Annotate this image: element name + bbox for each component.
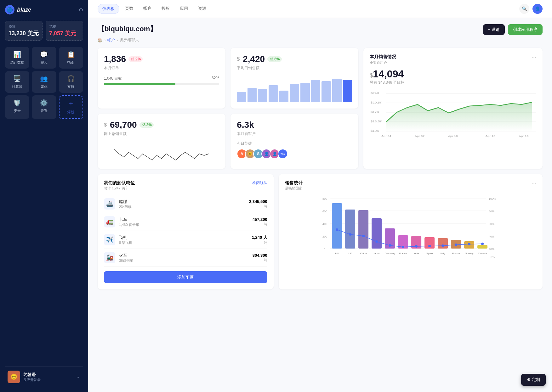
fleet-title: 我们的船队吨位: [104, 180, 135, 186]
svg-point-61: [481, 243, 484, 245]
fleet-amount: 1,240 人: [252, 235, 267, 240]
svg-point-56: [415, 245, 418, 248]
monthly-sales-sub: 全渠道用户: [370, 60, 396, 65]
svg-text:$17K: $17K: [371, 110, 379, 113]
page-header: 【biqubiqu.com】 + 邀请 创建应用程序: [98, 24, 543, 35]
monthly-sales-title: 本月销售情况: [370, 54, 396, 60]
add-vehicle-button[interactable]: 添加车辆: [104, 271, 267, 283]
svg-text:$20.5K: $20.5K: [371, 101, 383, 104]
budget-cards: 预算 13,230 美元 花费 7,057 美元: [5, 21, 83, 41]
customers-label: 本月新客户: [237, 131, 352, 137]
revenue-label: 网上总销售额: [104, 131, 219, 137]
svg-point-53: [375, 240, 378, 243]
monthly-sales-more[interactable]: ···: [532, 54, 536, 61]
svg-point-60: [468, 243, 470, 245]
fleet-unit: 吨: [252, 240, 267, 245]
revenue-number: 69,700: [110, 120, 137, 130]
profile-button[interactable]: 👤: [532, 4, 543, 14]
svg-text:60%: 60%: [489, 222, 494, 226]
avg-sales-value: $ 2,420 ↑2.6%: [237, 54, 352, 64]
tab-accounts[interactable]: 帐户: [139, 4, 156, 14]
sidebar-item-chat[interactable]: 💬 聊天: [32, 47, 56, 69]
customers-value: 6.3k: [237, 120, 352, 130]
svg-rect-29: [372, 218, 382, 249]
sales-country-more[interactable]: ···: [532, 180, 536, 187]
tab-apps[interactable]: 应用: [175, 4, 192, 14]
sidebar-item-stats[interactable]: 📊 统计数据: [5, 47, 29, 69]
tab-auth[interactable]: 授权: [157, 4, 174, 14]
tab-pages[interactable]: 页数: [121, 4, 138, 14]
settings-icon: ⚙️: [40, 99, 48, 107]
sidebar-item-add[interactable]: + 添新: [59, 95, 83, 119]
fleet-amount: 2,345,500: [249, 199, 267, 204]
svg-text:Apr 04: Apr 04: [382, 135, 391, 137]
svg-text:0%: 0%: [491, 255, 495, 259]
sidebar-item-media[interactable]: 👥 媒体: [32, 71, 56, 93]
breadcrumb-accounts[interactable]: 帐户: [107, 37, 115, 43]
sidebar-item-label: 设置: [41, 109, 48, 113]
fleet-info: 火车 36路列车: [119, 253, 249, 263]
bar-item: [311, 80, 321, 102]
monthly-line-chart-svg: $24K $20.5K $17K $13.5K $10K Apr 04: [370, 90, 536, 141]
sidebar-item-support[interactable]: 🎧 支持: [59, 71, 83, 93]
svg-text:Apr 13: Apr 13: [486, 135, 495, 137]
page-title: 【biqubiqu.com】: [98, 24, 157, 34]
tab-dashboard[interactable]: 仪表板: [98, 4, 119, 14]
create-app-button[interactable]: 创建应用程序: [508, 24, 543, 35]
avg-sales-number: 2,420: [243, 54, 265, 64]
avg-sales-currency: $: [237, 56, 240, 62]
svg-text:80%: 80%: [489, 210, 494, 213]
logo-icon: 🔵: [5, 5, 14, 14]
svg-text:$10K: $10K: [371, 129, 379, 132]
avg-sales-card: $ 2,420 ↑2.6% 平均日销售额: [230, 48, 358, 109]
customize-button[interactable]: ⚙ 定制: [521, 374, 546, 386]
sidebar-item-security[interactable]: 🛡️ 安全: [5, 95, 29, 119]
svg-text:Spain: Spain: [426, 252, 433, 255]
fleet-count: 1,460 辆卡车: [119, 222, 249, 227]
invite-button[interactable]: + 邀请: [483, 24, 505, 35]
sidebar-item-label: 添新: [67, 110, 74, 115]
bar-item: [332, 79, 342, 102]
sidebar-settings-icon[interactable]: ⚙: [79, 7, 83, 13]
bar-item: [300, 83, 310, 103]
monthly-sales-sub-text: 另有 $48,346 至目标: [370, 80, 536, 85]
orders-progress: 1,048 目标 62%: [104, 76, 219, 85]
heroes-section: 今日英雄 A 😊 S 👤 👤 +42: [237, 141, 352, 159]
sidebar-item-label: 媒体: [41, 84, 48, 89]
svg-text:India: India: [413, 252, 419, 255]
svg-point-59: [455, 244, 457, 246]
fleet-name: 火车: [119, 253, 249, 258]
customers-card: 6.3k 本月新客户 今日英雄 A 😊 S 👤 👤 +42: [230, 114, 358, 169]
svg-text:40%: 40%: [489, 235, 494, 238]
progress-fill: [104, 83, 175, 85]
tab-resources[interactable]: 资源: [194, 4, 211, 14]
top-nav-actions: 🔍 👤: [519, 4, 543, 14]
view-fleet-link[interactable]: 检阅舰队: [252, 180, 267, 186]
bar-item: [322, 81, 331, 102]
fleet-value: 804,300 吨: [253, 253, 267, 262]
sidebar-item-guide[interactable]: 📋 指南: [59, 47, 83, 69]
fleet-subtitle: 总计 1,247 辆车: [104, 186, 135, 191]
progress-bar: [104, 83, 219, 85]
sidebar-item-calculator[interactable]: 🖥️ 计算器: [5, 71, 29, 93]
fleet-count: 8 架飞机: [119, 240, 248, 245]
budget-card: 预算 13,230 美元: [5, 21, 43, 41]
sales-country-card: 销售统计 最畅销国家 ··· 800 600 400 200 0: [279, 174, 543, 289]
orders-change: ↓2.2%: [128, 56, 143, 62]
expense-card: 花费 7,057 美元: [46, 21, 83, 41]
progress-info: 1,048 目标 62%: [104, 76, 219, 81]
avg-sales-chart: [237, 77, 352, 102]
svg-text:$13.5K: $13.5K: [371, 120, 383, 123]
top-nav: 仪表板 页数 帐户 授权 应用 资源 🔍 👤: [88, 0, 552, 18]
orders-number: 1,836: [104, 54, 126, 64]
revenue-card: $ 69,700 ↑2.2% 网上总销售额: [98, 114, 225, 169]
search-button[interactable]: 🔍: [519, 4, 529, 14]
sidebar-item-settings[interactable]: ⚙️ 设置: [32, 95, 56, 119]
svg-text:Apr 10: Apr 10: [448, 135, 458, 137]
main-content: 仪表板 页数 帐户 授权 应用 资源 🔍 👤 【biqubiqu.com】 + …: [88, 0, 552, 392]
breadcrumb-current: 奥弗维耶夫: [120, 37, 139, 43]
svg-rect-26: [332, 203, 342, 249]
sidebar-footer-menu[interactable]: ⋯: [77, 375, 81, 379]
revenue-change: ↑2.2%: [139, 122, 154, 128]
svg-text:France: France: [399, 252, 407, 255]
